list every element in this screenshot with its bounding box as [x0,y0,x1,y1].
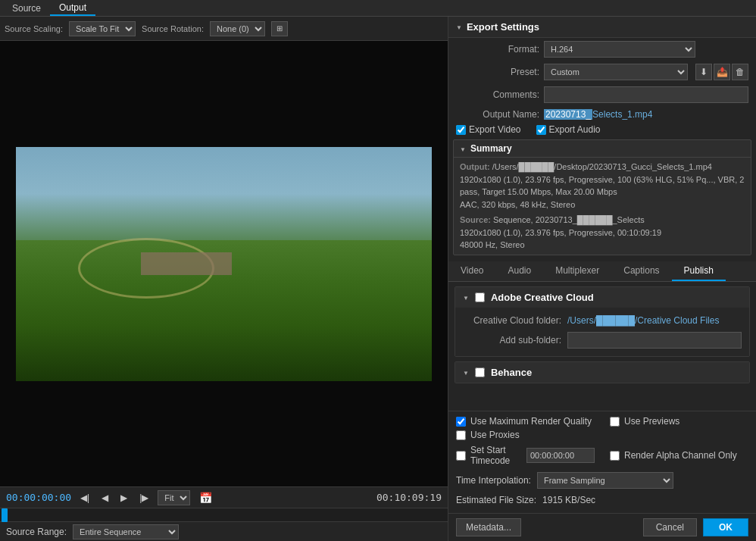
set-start-timecode-checkbox[interactable] [456,451,466,461]
tab-video[interactable]: Video [448,261,495,281]
use-proxies-label: Use Proxies [470,430,520,440]
step-forward-button[interactable]: |▶ [136,493,152,503]
export-audio-label: Export Audio [549,124,601,135]
scaling-label: Source Scaling: [5,24,63,33]
cancel-button[interactable]: Cancel [643,518,697,536]
bottom-options: Use Maximum Render Quality Use Previews … [448,411,756,513]
preset-buttons: ⬇ 📤 🗑 [695,64,748,80]
output-name-link[interactable]: 20230713_Selects_1.mp4 [544,109,652,120]
tab-publish[interactable]: Publish [672,261,726,281]
file-size-label: Estimated File Size: [456,495,536,505]
output-name-row: Output Name: 20230713_Selects_1.mp4 [448,106,756,123]
settings-icon[interactable]: ⊞ [271,21,288,36]
export-settings-title: Export Settings [467,21,539,33]
action-buttons: Metadata... Cancel OK [448,513,756,541]
cc-subfolder-input[interactable] [567,332,742,349]
format-select[interactable]: H.264 [544,41,695,58]
comments-row: Comments: [448,83,756,106]
top-tabs: Source Output [0,0,756,17]
source-range-select[interactable]: Entire Sequence [73,524,179,539]
play-forward-button[interactable]: ▶ [117,493,130,503]
export-checkboxes: Export Video Export Audio [448,123,756,136]
btn-group: Cancel OK [643,518,748,536]
behance-chevron[interactable] [463,368,469,377]
time-interp-select[interactable]: Frame Sampling [537,472,673,489]
cc-folder-value[interactable]: /Users/██████/Creative Cloud Files [567,315,719,326]
scaling-select[interactable]: Scale To Fit [69,21,136,36]
tab-output[interactable]: Output [50,1,95,16]
play-back-button[interactable]: ◀ [98,493,111,503]
export-preset-button[interactable]: 📤 [714,64,730,80]
options-grid: Use Maximum Render Quality Use Previews … [456,416,748,440]
render-alpha-option-item: Render Alpha Channel Only [610,445,748,466]
metadata-button[interactable]: Metadata... [456,518,521,536]
adobe-cc-chevron[interactable] [463,293,469,302]
behance-header[interactable]: Behance [455,362,749,383]
render-alpha-item [610,430,748,440]
adobe-cc-body: Creative Cloud folder: /Users/██████/Cre… [455,308,749,356]
preset-select[interactable]: Custom [544,64,688,80]
cc-folder-label: Creative Cloud folder: [463,315,561,326]
time-interp-row: Time Interpolation: Frame Sampling [456,469,748,492]
preset-row: Preset: Custom ⬇ 📤 🗑 [448,61,756,83]
timecode-grid: Set Start Timecode Render Alpha Channel … [456,445,748,466]
main-container: Source Scaling: Scale To Fit Source Rota… [0,17,756,541]
render-alpha-label: Render Alpha Channel Only [624,450,737,461]
calendar-icon[interactable]: 📅 [196,492,215,504]
cc-folder-row: Creative Cloud folder: /Users/██████/Cre… [463,312,742,329]
set-start-timecode-label: Set Start Timecode [470,445,522,466]
behance-title: Behance [491,367,532,378]
adobe-cc-service: Adobe Creative Cloud Creative Cloud fold… [455,286,750,357]
tab-captions[interactable]: Captions [611,261,671,281]
format-label: Format: [456,44,539,55]
save-preset-button[interactable]: ⬇ [695,64,712,80]
adobe-cc-header[interactable]: Adobe Creative Cloud [455,287,749,308]
tab-source[interactable]: Source [3,2,50,15]
step-back-button[interactable]: ◀| [77,493,92,503]
left-panel: Source Scaling: Scale To Fit Source Rota… [0,17,448,541]
output-name-suffix: Selects_1.mp4 [592,109,652,120]
use-previews-item: Use Previews [610,416,748,427]
tab-audio[interactable]: Audio [495,261,543,281]
cc-subfolder-label: Add sub-folder: [463,335,561,346]
current-timecode: 00:00:00:00 [6,492,71,503]
right-panel: Export Settings Format: H.264 Preset: Cu… [448,17,756,541]
export-settings-chevron[interactable] [456,23,462,31]
summary-output-key: Output: [460,162,490,171]
render-alpha-checkbox[interactable] [610,451,620,461]
summary-header[interactable]: Summary [454,140,751,158]
use-proxies-item: Use Proxies [456,430,595,440]
delete-preset-button[interactable]: 🗑 [732,64,748,80]
timeline-marker[interactable] [2,508,8,522]
video-frame [16,147,432,381]
use-max-render-checkbox[interactable] [456,417,466,427]
preset-label: Preset: [456,67,539,77]
zoom-select[interactable]: Fit [158,490,190,505]
summary-source-row: Source: Sequence, 20230713_██████_Select… [460,214,745,252]
comments-label: Comments: [456,89,539,100]
export-audio-item: Export Audio [536,124,601,135]
export-video-checkbox[interactable] [456,125,466,135]
end-timecode: 00:10:09:19 [376,492,442,503]
publish-content: Adobe Creative Cloud Creative Cloud fold… [448,282,756,411]
use-previews-checkbox[interactable] [610,417,620,427]
timeline-bar[interactable] [0,508,448,521]
summary-source-key: Source: [460,215,491,224]
tab-multiplexer[interactable]: Multiplexer [543,261,611,281]
summary-title: Summary [470,143,512,154]
summary-output-value: /Users/██████/Desktop/20230713_Gucci_Sel… [460,162,744,209]
rotation-select[interactable]: None (0) [210,21,265,36]
adobe-cc-checkbox[interactable] [475,292,485,302]
timecode-value-input[interactable] [526,448,595,463]
behance-checkbox[interactable] [475,367,485,377]
set-start-timecode-item: Set Start Timecode [456,445,595,466]
export-video-label: Export Video [469,124,521,135]
comments-input[interactable] [544,86,748,103]
use-proxies-checkbox[interactable] [456,430,466,440]
source-range-row: Source Range: Entire Sequence [0,521,448,541]
ok-button[interactable]: OK [703,518,748,536]
export-audio-checkbox[interactable] [536,125,546,135]
format-row: Format: H.264 [448,38,756,61]
source-range-label: Source Range: [6,527,67,537]
summary-chevron[interactable] [460,145,466,153]
